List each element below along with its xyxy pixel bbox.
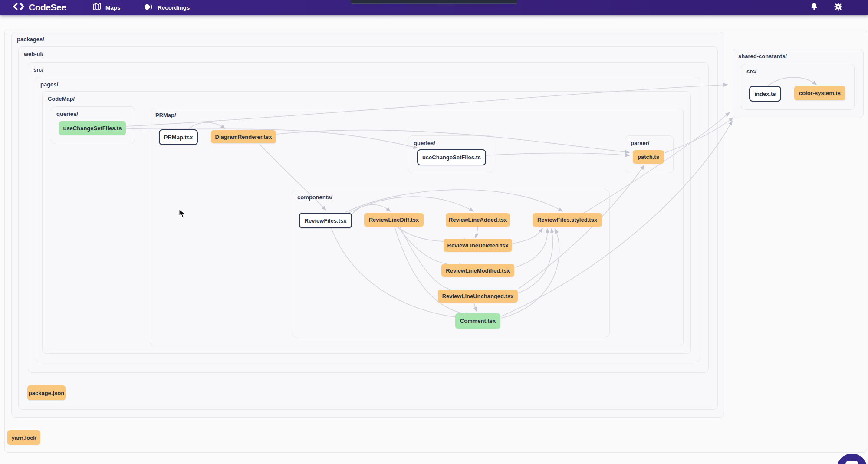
file-node-reviewlineunchanged[interactable]: ReviewLineUnchanged.tsx: [438, 290, 518, 303]
screenshare-overlay-bar: [351, 0, 517, 4]
codesee-logo[interactable]: CodeSee: [12, 0, 66, 15]
folder-codemap-label: CodeMap/: [48, 95, 75, 102]
folder-prmap-queries-label: queries/: [414, 140, 435, 146]
folder-parser-label: parser/: [631, 140, 649, 146]
bell-icon: [810, 2, 819, 13]
file-node-codemap-usechangesetfiles[interactable]: useChangeSetFiles.ts: [59, 121, 126, 135]
nav-maps[interactable]: Maps: [92, 0, 121, 15]
recording-icon: [143, 3, 154, 13]
file-node-prmap-usechangesetfiles[interactable]: useChangeSetFiles.ts: [417, 149, 486, 165]
file-node-color-system-ts[interactable]: color-system.ts: [794, 86, 845, 100]
file-node-package-json[interactable]: package.json: [27, 385, 66, 400]
file-node-comment-tsx[interactable]: Comment.tsx: [455, 313, 500, 329]
folder-components-label: components/: [297, 194, 332, 201]
nav-maps-label: Maps: [105, 4, 121, 11]
file-node-reviewlinedeleted[interactable]: ReviewLineDeleted.tsx: [444, 239, 512, 252]
file-node-yarn-lock[interactable]: yarn.lock: [7, 430, 40, 445]
file-node-index-ts[interactable]: index.ts: [749, 86, 781, 102]
map-icon: [92, 3, 102, 12]
settings-button[interactable]: [834, 0, 843, 15]
notifications-button[interactable]: [810, 0, 819, 15]
chat-widget-button[interactable]: [837, 454, 867, 464]
folder-web-ui-label: web-ui/: [24, 51, 43, 57]
file-node-diagramrenderer[interactable]: DiagramRenderer.tsx: [211, 130, 276, 143]
folder-pages-label: pages/: [40, 81, 58, 88]
file-node-patch-ts[interactable]: patch.ts: [633, 150, 664, 164]
folder-packages-label: packages/: [17, 36, 44, 43]
file-node-reviewlinemodified[interactable]: ReviewLineModified.tsx: [441, 264, 514, 277]
folder-shared-src-label: src/: [746, 68, 756, 75]
codesee-logo-icon: [12, 2, 25, 13]
brand-name: CodeSee: [29, 2, 66, 13]
folder-src-label: src/: [33, 66, 43, 73]
file-node-reviewfiles-styled[interactable]: ReviewFiles.styled.tsx: [533, 213, 602, 227]
file-node-prmap-tsx[interactable]: PRMap.tsx: [159, 129, 198, 145]
nav-recordings-label: Recordings: [158, 4, 190, 11]
folder-prmap-label: PRMap/: [155, 112, 176, 118]
folder-shared-constants-label: shared-constants/: [738, 53, 787, 59]
gear-icon: [834, 2, 843, 13]
file-node-reviewlineadded[interactable]: ReviewLineAdded.tsx: [446, 213, 510, 227]
folder-components[interactable]: components/: [292, 190, 610, 337]
folder-codemap-queries-label: queries/: [56, 111, 78, 117]
file-node-reviewlinediff[interactable]: ReviewLineDiff.tsx: [364, 213, 424, 227]
file-node-reviewfiles[interactable]: ReviewFiles.tsx: [299, 213, 352, 228]
nav-recordings[interactable]: Recordings: [143, 0, 190, 15]
